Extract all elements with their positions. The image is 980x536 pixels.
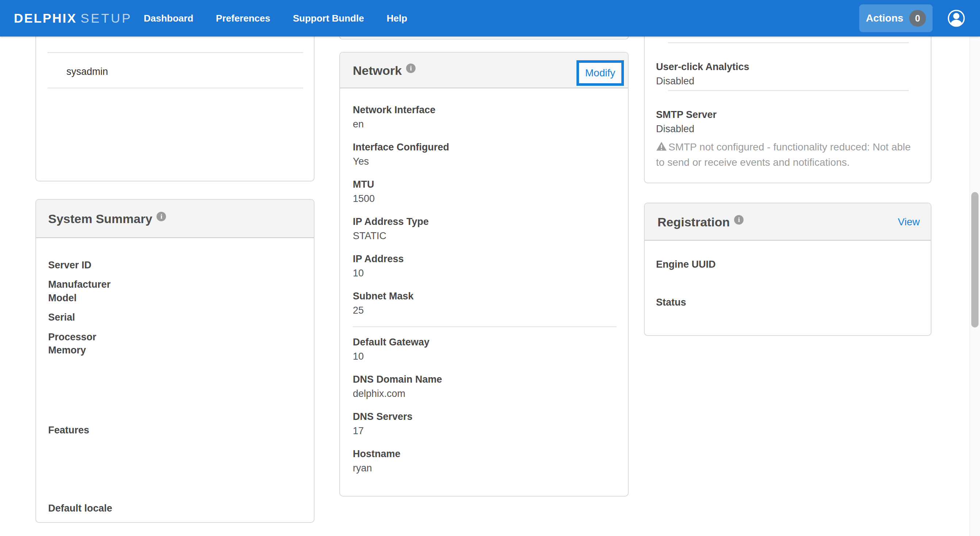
actions-count-badge: 0 — [909, 10, 926, 27]
system-summary-card: System Summaryi Server ID Manufacturer M… — [35, 199, 315, 523]
field-value: STATIC — [353, 228, 617, 243]
network-header: Networki Modify — [340, 53, 628, 88]
field-value: en — [353, 117, 617, 131]
field-ip-address-type: IP Address Type STATIC — [353, 215, 617, 243]
field-mtu: MTU 1500 — [353, 177, 617, 206]
info-icon[interactable]: i — [156, 212, 166, 221]
network-body: Network Interface en Interface Configure… — [340, 88, 628, 475]
field-value: delphix.com — [353, 386, 617, 401]
top-nav-bar: DELPHIXSETUP Dashboard Preferences Suppo… — [0, 0, 980, 37]
label-features: Features — [48, 423, 89, 437]
registration-title: Registration — [657, 215, 730, 229]
label-model: Model — [48, 291, 76, 305]
field-value: 1500 — [353, 191, 617, 206]
scrollbar-track[interactable] — [969, 37, 980, 536]
field-label: Interface Configured — [353, 140, 617, 154]
value-user-click-analytics: Disabled — [656, 74, 694, 88]
nav-link-support-bundle[interactable]: Support Bundle — [293, 0, 364, 37]
field-default-gateway: Default Gateway 10 — [353, 335, 617, 364]
users-card-divider-top — [48, 52, 303, 53]
field-value: Yes — [353, 154, 617, 169]
scrollbar-thumb[interactable] — [971, 192, 978, 327]
view-link[interactable]: View — [898, 203, 920, 241]
status-card: User-click Analytics Disabled SMTP Serve… — [644, 37, 931, 183]
label-user-click-analytics: User-click Analytics — [656, 60, 749, 74]
network-divider — [353, 326, 617, 327]
warning-icon — [656, 140, 667, 155]
field-value: 10 — [353, 266, 617, 281]
label-default-locale: Default locale — [48, 501, 112, 515]
delphix-setup-logo: DELPHIXSETUP — [14, 0, 132, 37]
registration-card: Registrationi View Engine UUID Status — [644, 203, 931, 336]
nav-link-dashboard[interactable]: Dashboard — [144, 0, 193, 37]
smtp-warning-text: SMTP not configured - functionality redu… — [656, 141, 911, 168]
list-item-sysadmin[interactable]: sysadmin — [67, 64, 108, 79]
info-icon[interactable]: i — [734, 215, 744, 225]
label-serial: Serial — [48, 310, 75, 324]
field-hostname: Hostname ryan — [353, 447, 617, 475]
label-engine-uuid: Engine UUID — [656, 257, 716, 271]
actions-button-label: Actions — [866, 13, 904, 24]
modify-button-label: Modify — [585, 67, 615, 79]
network-title: Network — [353, 64, 402, 77]
value-smtp-server: Disabled — [656, 121, 694, 136]
label-smtp-server: SMTP Server — [656, 108, 717, 121]
field-value: ryan — [353, 461, 617, 475]
system-summary-header: System Summaryi — [36, 200, 314, 238]
field-value: 17 — [353, 424, 617, 438]
field-ip-address: IP Address 10 — [353, 252, 617, 281]
field-interface-configured: Interface Configured Yes — [353, 140, 617, 169]
field-label: IP Address — [353, 252, 617, 266]
status-divider-top — [668, 42, 909, 43]
field-subnet-mask: Subnet Mask 25 — [353, 289, 617, 317]
nav-link-preferences[interactable]: Preferences — [216, 0, 270, 37]
user-avatar-icon[interactable] — [948, 10, 965, 27]
field-label: Default Gateway — [353, 335, 617, 349]
label-server-id: Server ID — [48, 258, 92, 272]
smtp-warning: SMTP not configured - functionality redu… — [656, 140, 917, 170]
field-label: DNS Servers — [353, 410, 617, 424]
field-label: IP Address Type — [353, 215, 617, 228]
nav-link-help[interactable]: Help — [387, 0, 407, 37]
field-label: Hostname — [353, 447, 617, 461]
label-manufacturer: Manufacturer — [48, 278, 111, 291]
field-value: 25 — [353, 303, 617, 317]
field-label: Subnet Mask — [353, 289, 617, 303]
status-divider-middle — [668, 90, 909, 91]
field-label: MTU — [353, 177, 617, 191]
brand-primary: DELPHIX — [14, 11, 77, 25]
info-icon[interactable]: i — [406, 64, 415, 73]
field-label: Network Interface — [353, 103, 617, 117]
nav-links: Dashboard Preferences Support Bundle Hel… — [144, 0, 407, 37]
field-dns-domain-name: DNS Domain Name delphix.com — [353, 372, 617, 401]
field-label: DNS Domain Name — [353, 372, 617, 386]
registration-header: Registrationi View — [645, 203, 931, 241]
system-summary-title: System Summary — [48, 212, 152, 226]
label-memory: Memory — [48, 343, 86, 357]
label-processor: Processor — [48, 330, 96, 344]
brand-secondary: SETUP — [81, 11, 132, 25]
actions-button[interactable]: Actions 0 — [859, 5, 932, 32]
field-network-interface: Network Interface en — [353, 103, 617, 131]
field-dns-servers: DNS Servers 17 — [353, 410, 617, 438]
modify-button[interactable]: Modify — [576, 60, 624, 86]
label-status: Status — [656, 295, 686, 309]
clipped-card-bottom — [339, 37, 628, 40]
users-card-divider-bottom — [48, 88, 303, 88]
users-card: sysadmin — [35, 37, 315, 182]
field-value: 10 — [353, 349, 617, 364]
network-card: Networki Modify Network Interface en Int… — [339, 52, 628, 496]
